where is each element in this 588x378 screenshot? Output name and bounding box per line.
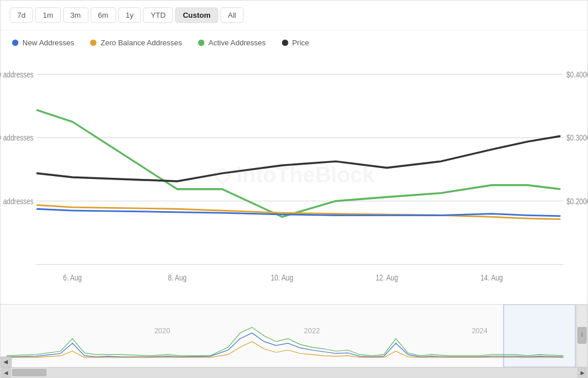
legend-label: Zero Balance Addresses (100, 38, 182, 47)
time-btn-custom[interactable]: Custom (175, 7, 218, 23)
svg-text:$0.400000: $0.400000 (567, 69, 588, 79)
navigator-bar: 2020 2022 2024 ◀ || (1, 304, 587, 367)
time-btn-1m[interactable]: 1m (35, 7, 60, 23)
main-chart-svg: 600 addresses 300 addresses addresses $0… (1, 50, 587, 304)
legend-dot (90, 40, 96, 46)
svg-text:||: || (581, 332, 583, 337)
scroll-right-button[interactable]: ▶ (577, 368, 587, 378)
svg-text:$0.300000: $0.300000 (567, 133, 588, 143)
svg-text:addresses: addresses (3, 196, 33, 206)
svg-text:2020: 2020 (154, 327, 171, 335)
legend-dot (12, 40, 18, 46)
time-btn-ytd[interactable]: YTD (143, 7, 173, 23)
time-btn-all[interactable]: All (220, 7, 243, 23)
svg-text:2022: 2022 (304, 327, 320, 335)
legend-item-new-addresses: New Addresses (12, 38, 74, 47)
horizontal-scrollbar[interactable]: ◀ ▶ (1, 367, 587, 377)
legend-item-active-addresses: Active Addresses (198, 38, 266, 47)
app-container: 7d1m3m6m1yYTDCustomAll New AddressesZero… (0, 0, 588, 378)
scroll-left-button[interactable]: ◀ (1, 368, 11, 378)
time-filter-bar: 7d1m3m6m1yYTDCustomAll (1, 1, 587, 30)
svg-text:12. Aug: 12. Aug (376, 272, 398, 282)
svg-text:$0.200000: $0.200000 (567, 196, 588, 206)
navigator-svg: 2020 2022 2024 ◀ || (1, 305, 587, 367)
time-btn-3m[interactable]: 3m (63, 7, 88, 23)
time-btn-7d[interactable]: 7d (10, 7, 33, 23)
legend-dot (198, 40, 204, 46)
scrollbar-track[interactable] (11, 368, 577, 377)
legend-label: New Addresses (22, 38, 74, 47)
svg-text:◀: ◀ (3, 358, 8, 365)
legend-item-zero-balance-addresses: Zero Balance Addresses (90, 38, 182, 47)
time-btn-6m[interactable]: 6m (91, 7, 116, 23)
legend-item-price: Price (282, 38, 310, 47)
svg-text:600 addresses: 600 addresses (1, 69, 34, 79)
scrollbar-thumb[interactable] (12, 369, 47, 376)
legend-label: Price (292, 38, 310, 47)
chart-legend: New AddressesZero Balance AddressesActiv… (1, 30, 587, 50)
chart-area: ◇ IntoTheBlock 600 addresses 300 address… (1, 50, 587, 304)
svg-text:10. Aug: 10. Aug (271, 272, 293, 282)
svg-text:8. Aug: 8. Aug (168, 272, 187, 282)
svg-text:2024: 2024 (471, 327, 488, 335)
svg-text:6. Aug: 6. Aug (63, 272, 82, 282)
legend-label: Active Addresses (208, 38, 266, 47)
time-btn-1y[interactable]: 1y (118, 7, 141, 23)
main-chart-wrapper: ◇ IntoTheBlock 600 addresses 300 address… (1, 50, 587, 304)
legend-dot (282, 40, 288, 46)
svg-text:14. Aug: 14. Aug (481, 272, 503, 282)
svg-text:300 addresses: 300 addresses (1, 133, 34, 143)
